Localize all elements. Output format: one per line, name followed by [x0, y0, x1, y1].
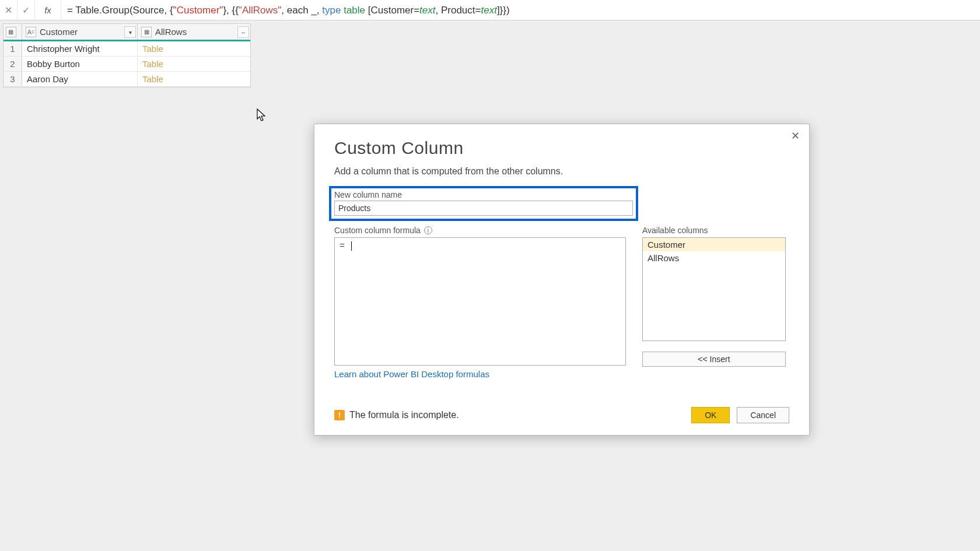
- formula-text[interactable]: = Table.Group(Source, {"Customer"}, {{"A…: [61, 4, 510, 16]
- dialog-title: Custom Column: [334, 138, 789, 158]
- learn-formulas-link[interactable]: Learn about Power BI Desktop formulas: [334, 369, 489, 379]
- table-row[interactable]: 3Aaron DayTable: [4, 72, 250, 87]
- grid-header-row: ▦ AC Customer ▾ ▦ AllRows ↔: [4, 24, 250, 41]
- cell-allrows[interactable]: Table: [138, 57, 250, 71]
- grid-corner-icon[interactable]: ▦: [4, 24, 22, 40]
- mouse-cursor-icon: [257, 108, 267, 122]
- custom-column-dialog: ✕ Custom Column Add a column that is com…: [314, 124, 810, 436]
- cancel-button[interactable]: Cancel: [737, 407, 789, 423]
- close-icon[interactable]: ✕: [787, 128, 803, 144]
- row-number: 2: [4, 57, 22, 71]
- cell-customer[interactable]: Christopher Wright: [22, 41, 138, 56]
- column-header-label: Customer: [40, 27, 78, 37]
- new-column-name-input[interactable]: [334, 201, 633, 216]
- chevron-down-icon[interactable]: ▾: [124, 26, 136, 38]
- available-columns-list[interactable]: Customer AllRows: [642, 237, 786, 341]
- formula-warning: ! The formula is incomplete.: [334, 410, 459, 420]
- new-column-name-highlight: New column name: [329, 186, 638, 221]
- table-type-icon: ▦: [141, 27, 152, 37]
- available-columns-label: Available columns: [642, 226, 786, 235]
- available-column-item[interactable]: Customer: [643, 238, 785, 251]
- cell-customer[interactable]: Aaron Day: [22, 72, 138, 86]
- table-row[interactable]: 1Christopher WrightTable: [4, 41, 250, 57]
- warning-icon: !: [334, 410, 345, 420]
- data-grid: ▦ AC Customer ▾ ▦ AllRows ↔ 1Christopher…: [3, 23, 251, 87]
- cell-customer[interactable]: Bobby Burton: [22, 57, 138, 71]
- insert-button[interactable]: << Insert: [642, 352, 786, 367]
- row-number: 1: [4, 41, 22, 56]
- formula-commit-icon[interactable]: ✓: [18, 0, 35, 20]
- expand-icon[interactable]: ↔: [237, 26, 249, 38]
- new-column-name-label: New column name: [334, 190, 633, 199]
- custom-formula-label: Custom column formula i: [334, 226, 626, 235]
- ok-button[interactable]: OK: [691, 407, 730, 423]
- fx-icon[interactable]: fx: [35, 0, 61, 20]
- text-type-icon: AC: [26, 27, 36, 37]
- warning-text: The formula is incomplete.: [349, 410, 459, 420]
- formula-bar: ✕ ✓ fx = Table.Group(Source, {"Customer"…: [0, 0, 980, 20]
- row-number: 3: [4, 72, 22, 86]
- column-header-customer[interactable]: AC Customer ▾: [22, 24, 138, 40]
- cell-allrows[interactable]: Table: [138, 41, 250, 56]
- text-cursor: [351, 241, 352, 251]
- info-icon[interactable]: i: [424, 226, 432, 234]
- formula-cancel-icon[interactable]: ✕: [0, 0, 18, 20]
- custom-formula-input[interactable]: =: [334, 237, 626, 366]
- cell-allrows[interactable]: Table: [138, 72, 250, 86]
- column-header-allrows[interactable]: ▦ AllRows ↔: [138, 24, 250, 40]
- available-column-item[interactable]: AllRows: [643, 251, 785, 265]
- column-header-label: AllRows: [155, 27, 187, 37]
- dialog-subtitle: Add a column that is computed from the o…: [334, 166, 789, 177]
- table-row[interactable]: 2Bobby BurtonTable: [4, 57, 250, 72]
